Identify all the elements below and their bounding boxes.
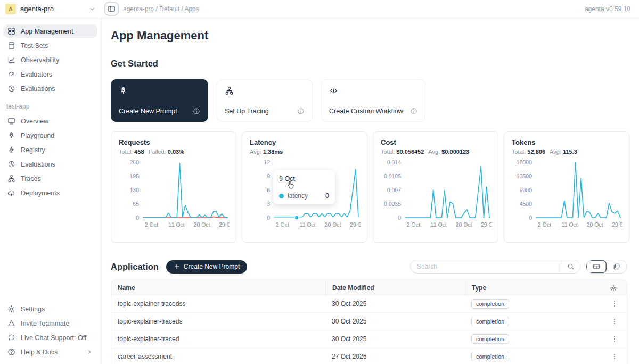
metric-chart[interactable]: 0651301952602 Oct11 Oct20 Oct29 Oct	[119, 155, 230, 234]
chat-icon	[7, 334, 15, 342]
search-input[interactable]	[411, 263, 561, 270]
sidebar-spacer	[3, 201, 97, 302]
table-row[interactable]: topic-explainer-traceds30 Oct 2025comple…	[111, 313, 627, 330]
svg-text:4500: 4500	[520, 201, 532, 207]
nav-item-label: App Management	[21, 28, 73, 35]
metric-chart[interactable]: 00.00350.0070.01050.0142 Oct11 Oct20 Oct…	[381, 155, 491, 234]
code-icon	[329, 86, 417, 95]
column-settings-button[interactable]	[610, 284, 627, 292]
column-header-name[interactable]: Name	[111, 284, 325, 292]
table-view-icon	[593, 263, 600, 270]
panel-icon	[108, 5, 116, 13]
sidebar-footer-item-invite-teammate[interactable]: Invite Teammate	[3, 317, 97, 330]
get-started-heading: Get Started	[111, 59, 627, 69]
rocket-icon	[7, 131, 15, 139]
row-menu-button[interactable]	[611, 300, 627, 308]
stat-label: Total:	[119, 148, 133, 155]
top-bar: A agenta-pro agenta-pro / Default / Apps…	[0, 0, 639, 18]
sidebar-footer-item-settings[interactable]: Settings	[3, 302, 97, 316]
row-menu-button[interactable]	[611, 318, 627, 325]
stat-value: 0.03%	[168, 148, 184, 155]
get-started-card-create-custom-workflow[interactable]: Create Custom Workflow	[321, 79, 425, 122]
table-row[interactable]: topic-explainer-tracedss30 Oct 2025compl…	[111, 295, 627, 313]
lightning-icon	[7, 146, 15, 154]
row-menu-button[interactable]	[611, 335, 627, 343]
stat-value: $0.056452	[396, 148, 424, 155]
sidebar-app-nav: OverviewPlaygroundRegistryEvaluationsTra…	[3, 114, 97, 201]
get-started-cards: Create New PromptSet Up TracingCreate Cu…	[111, 79, 627, 122]
main-content: App Management Get Started Create New Pr…	[101, 18, 639, 364]
series-tokens	[536, 162, 620, 218]
svg-text:20 Oct: 20 Oct	[456, 221, 472, 228]
table-view-toggle[interactable]	[586, 260, 607, 273]
grid-icon	[7, 27, 15, 35]
metric-stats: Total: 52,806Avg: 115.3	[512, 148, 621, 155]
get-started-card-create-new-prompt[interactable]: Create New Prompt	[111, 79, 208, 122]
workspace-selector[interactable]: A agenta-pro	[0, 4, 101, 14]
chart-tooltip: 9 Octlatency0	[273, 170, 335, 204]
sidebar-item-deployments[interactable]: Deployments	[3, 186, 97, 200]
sidebar-footer-item-help-docs[interactable]: Help & Docs	[3, 345, 97, 359]
svg-text:0: 0	[267, 214, 270, 221]
type-badge: completion	[471, 299, 509, 309]
sidebar-item-observability[interactable]: Observability	[3, 53, 97, 67]
table-row[interactable]: topic-explainer-traced30 Oct 2025complet…	[111, 330, 627, 348]
stat-label: Total:	[512, 148, 526, 155]
info-icon[interactable]	[410, 107, 417, 115]
sidebar-item-traces[interactable]: Traces	[3, 172, 97, 185]
info-icon[interactable]	[297, 107, 305, 115]
breadcrumb: agenta-pro / Default / Apps	[123, 5, 199, 13]
sidebar-item-overview[interactable]: Overview	[3, 114, 97, 128]
card-view-toggle[interactable]	[607, 260, 627, 273]
stat-value: 1.38ms	[263, 148, 283, 155]
metric-title: Tokens	[512, 138, 621, 146]
nav-item-label: Test Sets	[21, 42, 48, 49]
table-body: topic-explainer-tracedss30 Oct 2025compl…	[111, 295, 627, 364]
metric-card-latency: LatencyAvg: 1.38ms0369122 Oct11 Oct20 Oc…	[242, 131, 367, 243]
search-icon	[567, 263, 575, 270]
app-date-modified: 27 Oct 2025	[325, 353, 465, 360]
sidebar-toggle-button[interactable]	[104, 2, 119, 16]
sidebar-item-evaluations[interactable]: Evaluations	[3, 158, 97, 171]
overview-icon	[7, 117, 15, 125]
sidebar-item-evaluators[interactable]: Evaluators	[3, 68, 97, 81]
nav-item-label: Overview	[21, 118, 48, 125]
page-title: App Management	[111, 29, 627, 43]
svg-text:13500: 13500	[517, 173, 532, 179]
kebab-icon	[611, 353, 618, 360]
create-new-prompt-button[interactable]: Create New Prompt	[166, 260, 247, 274]
app-name: career-assessment	[111, 353, 325, 360]
column-header-type[interactable]: Type	[465, 280, 582, 295]
info-icon[interactable]	[193, 107, 200, 115]
svg-text:20 Oct: 20 Oct	[194, 221, 210, 228]
get-started-card-label: Create New Prompt	[119, 107, 177, 115]
get-started-card-set-up-tracing[interactable]: Set Up Tracing	[217, 79, 313, 122]
svg-text:9000: 9000	[520, 187, 532, 193]
type-badge: completion	[471, 352, 509, 361]
sidebar-footer-nav: SettingsInvite TeammateLive Chat Support…	[3, 302, 97, 360]
sidebar-item-evaluations[interactable]: Evaluations	[3, 82, 97, 95]
sidebar-footer-item-live-chat-support-off[interactable]: Live Chat Support: Off	[3, 331, 97, 344]
metric-chart[interactable]: 04500900013500180002 Oct11 Oct20 Oct29 O…	[512, 155, 622, 234]
column-header-date-modified[interactable]: Date Modified	[325, 280, 465, 295]
sidebar-item-playground[interactable]: Playground	[3, 129, 97, 142]
stat-label: Avg:	[428, 148, 440, 155]
sidebar: App ManagementTest SetsObservabilityEval…	[0, 18, 101, 364]
sidebar-item-registry[interactable]: Registry	[3, 143, 97, 156]
table-row[interactable]: career-assessment27 Oct 2025completion	[111, 348, 627, 364]
svg-text:2 Oct: 2 Oct	[538, 221, 551, 228]
tooltip-series-name: latency	[288, 192, 308, 200]
svg-text:0: 0	[136, 214, 139, 221]
kebab-icon	[611, 335, 618, 343]
row-menu-button[interactable]	[611, 353, 627, 360]
sidebar-item-test-sets[interactable]: Test Sets	[3, 39, 97, 52]
stat-label: Avg:	[250, 148, 261, 155]
metric-title: Requests	[119, 138, 228, 146]
metric-title: Latency	[250, 138, 359, 146]
kebab-icon	[611, 318, 618, 325]
search-button[interactable]	[561, 260, 580, 273]
sidebar-item-app-management[interactable]: App Management	[3, 24, 97, 38]
nav-item-label: Observability	[21, 56, 59, 64]
svg-text:12: 12	[264, 159, 270, 166]
app-date-modified: 30 Oct 2025	[325, 335, 465, 343]
